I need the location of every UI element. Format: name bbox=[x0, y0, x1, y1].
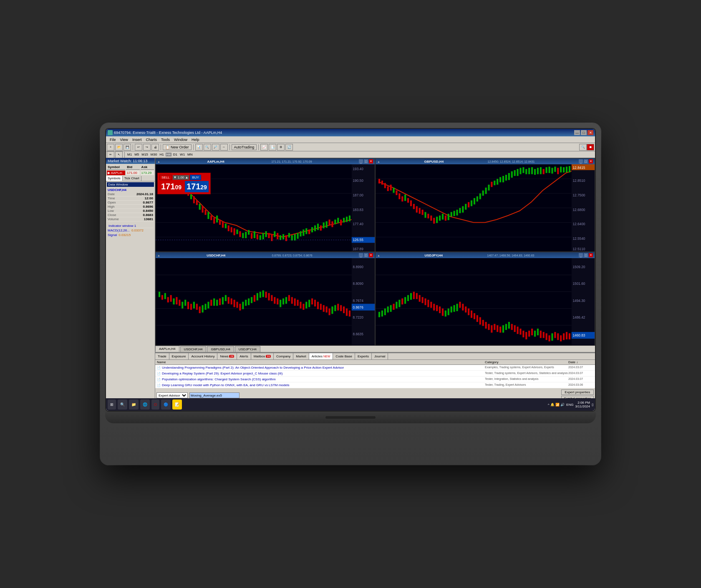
tf-m1[interactable]: M1 bbox=[126, 153, 133, 156]
tab-news[interactable]: News 28 bbox=[217, 353, 237, 359]
tf-m15[interactable]: M15 bbox=[141, 153, 149, 156]
market-watch-row[interactable]: ▶ AAPLm 171.00 173.29 bbox=[107, 171, 154, 175]
chart-tab-usdjpy[interactable]: USDJPY,H4 bbox=[235, 346, 260, 352]
sell-button[interactable]: SELL bbox=[159, 175, 172, 180]
chart3-controls[interactable]: _ □ ✕ bbox=[359, 253, 373, 257]
chart-tab-aaplm[interactable]: AAPLm,H4 bbox=[155, 346, 179, 352]
chart1-controls[interactable]: _ □ ✕ bbox=[359, 159, 373, 163]
toolbar-template[interactable]: 📑 bbox=[269, 144, 276, 151]
menu-file[interactable]: File bbox=[108, 137, 118, 142]
buy-button[interactable]: BUY bbox=[190, 175, 201, 180]
tf-m30[interactable]: M30 bbox=[150, 153, 158, 156]
menu-tools[interactable]: Tools bbox=[159, 137, 172, 142]
article-row-1[interactable]: 📄 Understanding Programming Paradigms (P… bbox=[155, 365, 595, 371]
chart4-minimize[interactable]: _ bbox=[579, 253, 583, 257]
chart2-body[interactable]: 12.8970 12.8510 12.7500 12.6800 12.6400 … bbox=[376, 164, 595, 251]
start-menu-button[interactable]: ⊞ bbox=[108, 400, 116, 410]
toolbar-zoom-in[interactable]: 🔍 bbox=[204, 144, 211, 151]
chart4-controls[interactable]: _ □ ✕ bbox=[579, 253, 593, 257]
chart2-close[interactable]: ✕ bbox=[589, 159, 593, 163]
tab-mailbox[interactable]: Mailbox 99 bbox=[251, 353, 274, 359]
article-row-2[interactable]: 📄 Developing a Replay System (Part 29): … bbox=[155, 371, 595, 377]
maximize-button[interactable]: □ bbox=[581, 130, 587, 135]
chart1-maximize[interactable]: □ bbox=[364, 159, 368, 163]
chart3-close[interactable]: ✕ bbox=[369, 253, 373, 257]
tf-d1[interactable]: D1 bbox=[172, 153, 178, 156]
expert-properties-button[interactable]: Expert properties bbox=[561, 389, 594, 395]
tf-mn1[interactable]: MN bbox=[187, 153, 193, 156]
menu-view[interactable]: View bbox=[118, 137, 130, 142]
title-bar-controls[interactable]: — □ ✕ bbox=[574, 130, 593, 135]
tf-draw[interactable]: ✏ bbox=[107, 151, 114, 158]
tester-type-select[interactable]: Expert Advisor bbox=[156, 392, 188, 398]
toolbar-indicators[interactable]: 📈 bbox=[260, 144, 268, 151]
tab-market[interactable]: Market bbox=[293, 353, 309, 359]
tf-h4[interactable]: H4 bbox=[166, 153, 171, 156]
tf-h1[interactable]: H1 bbox=[159, 153, 164, 156]
chart4-maximize[interactable]: □ bbox=[584, 253, 588, 257]
tab-journal[interactable]: Journal bbox=[372, 353, 388, 359]
toolbar-zoom-out[interactable]: 🔎 bbox=[212, 144, 219, 151]
autotrading-button[interactable]: AutoTrading bbox=[232, 144, 257, 150]
article-row-3[interactable]: 📄 Population optimization algorithms: Ch… bbox=[155, 377, 595, 382]
tf-m5[interactable]: M5 bbox=[134, 153, 140, 156]
minimize-button[interactable]: — bbox=[574, 130, 580, 135]
chart1-close[interactable]: ✕ bbox=[369, 159, 373, 163]
chart-tab-usdchf[interactable]: USDCHF,H4 bbox=[180, 346, 207, 352]
chart3-body[interactable]: 8.8990 8.8090 8.7674 8.7220 8.6635 0.867… bbox=[156, 258, 375, 345]
taskbar-opera[interactable]: O bbox=[151, 400, 159, 410]
chart2-controls[interactable]: _ □ ✕ bbox=[579, 159, 593, 163]
chart4-close[interactable]: ✕ bbox=[589, 253, 593, 257]
chart2-maximize[interactable]: □ bbox=[584, 159, 588, 163]
toolbar-refresh[interactable]: 🔄 bbox=[285, 144, 293, 151]
chart1-minimize[interactable]: _ bbox=[359, 159, 363, 163]
toolbar-save[interactable]: 💾 bbox=[124, 144, 131, 151]
tab-trade[interactable]: Trade bbox=[155, 353, 169, 359]
close-button[interactable]: ✕ bbox=[588, 130, 593, 135]
tab-codebase[interactable]: Code Base bbox=[333, 353, 355, 359]
toolbar-chart-type[interactable]: 📊 bbox=[195, 144, 203, 151]
article-row-4[interactable]: 📄 Deep Learning GRU model with Python to… bbox=[155, 382, 595, 388]
chart3-maximize[interactable]: □ bbox=[364, 253, 368, 257]
toolbar-open[interactable]: 📂 bbox=[115, 144, 123, 151]
menu-help[interactable]: Help bbox=[189, 137, 202, 142]
toolbar-new[interactable]: + bbox=[107, 144, 114, 151]
chart-usdchf-h4[interactable]: ▲ USDCHF,H4 0.8799; 0.8723; 0.8754; 0.86… bbox=[155, 252, 375, 346]
tab-articles[interactable]: Articles NEW bbox=[309, 353, 333, 359]
taskbar-search[interactable]: 🔍 bbox=[118, 400, 127, 410]
tf-cursor[interactable]: ↖ bbox=[115, 151, 123, 158]
tester-expert-input[interactable] bbox=[189, 392, 240, 398]
taskbar-edge[interactable]: 🌐 bbox=[140, 400, 150, 410]
tab-experts[interactable]: Experts bbox=[355, 353, 372, 359]
tab-symbols[interactable]: Symbols bbox=[106, 176, 123, 181]
taskbar-notes[interactable]: 📝 bbox=[172, 400, 182, 410]
chart-gbpusd-h4[interactable]: ▲ GBPUSD,H4 12.8450; 12.8524; 12.8514; 1… bbox=[375, 158, 595, 252]
menu-window[interactable]: Window bbox=[172, 137, 189, 142]
taskbar-chrome[interactable]: 🔵 bbox=[161, 400, 171, 410]
tab-account-history[interactable]: Account History bbox=[189, 353, 217, 359]
toolbar-properties[interactable]: ⚙ bbox=[277, 144, 285, 151]
tab-exposure[interactable]: Exposure bbox=[169, 353, 189, 359]
toolbar-redo[interactable]: ↪ bbox=[143, 144, 151, 151]
toolbar-stop[interactable]: ⏹ bbox=[587, 144, 594, 151]
chart4-body[interactable]: 1509.20 1501.60 1494.30 1486.42 1479.20 … bbox=[376, 258, 595, 345]
toolbar-print[interactable]: 🖨 bbox=[151, 144, 159, 151]
chart3-minimize[interactable]: _ bbox=[359, 253, 363, 257]
sell-buy-widget[interactable]: SELL ▼ 1.00 ▲ BUY 17109 17129 bbox=[157, 173, 211, 194]
tab-alerts[interactable]: Alerts bbox=[237, 353, 251, 359]
chart-usdjpy-h4[interactable]: ▲ USDJPY,H4 1407.47; 1468.56; 1464.83; 1… bbox=[375, 252, 595, 346]
menu-charts[interactable]: Charts bbox=[144, 137, 159, 142]
chart-aaplm-h4[interactable]: ▲ AAPLm,H4 171.21; 171.21; 170.92; 170.0… bbox=[155, 158, 375, 252]
new-order-button[interactable]: 📋 New Order bbox=[163, 144, 192, 150]
chart-tab-gbpusd[interactable]: GBPUSD,H4 bbox=[207, 346, 234, 352]
taskbar-files[interactable]: 📁 bbox=[129, 400, 139, 410]
tab-company[interactable]: Company bbox=[274, 353, 293, 359]
chart2-minimize[interactable]: _ bbox=[579, 159, 583, 163]
tf-w1[interactable]: W1 bbox=[179, 153, 186, 156]
tab-tick-chart[interactable]: Tick Chart bbox=[123, 176, 141, 181]
toolbar-search[interactable]: 🔍 bbox=[579, 144, 587, 151]
toolbar-scroll[interactable]: ↔ bbox=[220, 144, 228, 151]
show-desktop-button[interactable]: ▯ bbox=[592, 403, 593, 407]
menu-insert[interactable]: Insert bbox=[130, 137, 144, 142]
toolbar-undo[interactable]: ↩ bbox=[135, 144, 142, 151]
